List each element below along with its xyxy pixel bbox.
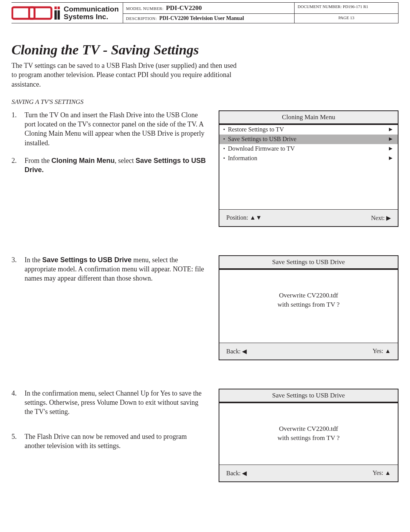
- step-5-text: The Flash Drive can now be removed and u…: [25, 433, 187, 450]
- block-3-figure: Save Settings to USB Drive Overwrite CV2…: [219, 389, 398, 482]
- desc-label: DESCRIPTION:: [126, 16, 157, 21]
- menu2-title: Save Settings to USB Drive: [219, 256, 398, 268]
- menu3-footer: Back: ◀ Yes: ▲: [219, 465, 398, 481]
- bullet-icon: ▪: [223, 136, 225, 142]
- doc-label: DOCUMENT NUMBER:: [298, 4, 342, 9]
- company-line2: Systems Inc.: [64, 13, 119, 21]
- menu3-title: Save Settings to USB Drive: [219, 389, 398, 402]
- menu1-title: Cloning Main Menu: [219, 111, 398, 123]
- menu3-footer-left: Back: ◀: [226, 470, 247, 477]
- step-3-b: Save Settings to USB Drive: [42, 256, 132, 264]
- menu1-item1-label: Save Settings to USB Drive: [228, 136, 296, 143]
- header-row-2: DESCRIPTION: PDI-CV2200 Television User …: [123, 14, 398, 23]
- menu3-footer-right: Yes: ▲: [372, 470, 391, 477]
- block-3-text: In the confirmation menu, select Channel…: [12, 389, 207, 459]
- svg-rect-5: [58, 10, 60, 20]
- menu3-msg-line2: with settings from TV ?: [278, 433, 340, 443]
- header-row-1: MODEL NUMBER: PDI-CV2200 DOCUMENT NUMBER…: [123, 3, 398, 14]
- save-settings-confirm-box-2: Save Settings to USB Drive Overwrite CV2…: [219, 389, 398, 482]
- menu1-item-download: ▪Download Firmware to TV ▶: [219, 144, 398, 154]
- block-2-text: In the Save Settings to USB Drive menu, …: [12, 255, 207, 292]
- pdi-logo-icon: [12, 5, 61, 21]
- menu1-item-info: ▪Information ▶: [219, 154, 398, 163]
- bullet-icon: ▪: [223, 146, 225, 151]
- page-title: Cloning the TV - Saving Settings: [12, 42, 398, 58]
- doc-cell: DOCUMENT NUMBER: PD196-171 R1: [295, 3, 398, 13]
- page-label: PAGE 13: [338, 15, 354, 20]
- step-3-a: In the: [25, 256, 42, 264]
- menu1-item2-label: Download Firmware to TV: [228, 145, 295, 152]
- block-2: In the Save Settings to USB Drive menu, …: [12, 255, 398, 360]
- block-1: Turn the TV On and insert the Flash Driv…: [12, 110, 398, 227]
- save-settings-confirm-box-1: Save Settings to USB Drive Overwrite CV2…: [219, 255, 398, 360]
- step-4-text: In the confirmation menu, select Channel…: [25, 389, 201, 416]
- menu1-body: ▪Restore Settings to TV ▶ ▪Save Settings…: [219, 125, 398, 209]
- arrow-right-icon: ▶: [389, 126, 392, 132]
- step-4: In the confirmation menu, select Channel…: [12, 389, 207, 417]
- block-3: In the confirmation menu, select Channel…: [12, 389, 398, 482]
- section-subhead: SAVING A TV'S SETTINGS: [12, 98, 398, 106]
- svg-rect-1: [29, 7, 51, 19]
- company-line1: Communication: [64, 5, 119, 13]
- step-1: Turn the TV On and insert the Flash Driv…: [12, 110, 207, 148]
- menu2-body: Overwrite CV2200.tdf with settings from …: [219, 270, 398, 343]
- desc-cell: DESCRIPTION: PDI-CV2200 Television User …: [123, 14, 295, 23]
- step-5: The Flash Drive can now be removed and u…: [12, 432, 207, 451]
- menu2-footer-left: Back: ◀: [226, 348, 247, 355]
- block-1-text: Turn the TV On and insert the Flash Driv…: [12, 110, 207, 183]
- menu1-footer: Position: ▲▼ Next: ▶: [219, 209, 398, 226]
- menu1-footer-right: Next: ▶: [371, 214, 391, 222]
- block-1-figure: Cloning Main Menu ▪Restore Settings to T…: [219, 110, 398, 227]
- menu1-item-save: ▪Save Settings to USB Drive ▶: [219, 135, 398, 144]
- svg-rect-4: [58, 7, 60, 9]
- menu1-item3-label: Information: [228, 155, 257, 162]
- arrow-right-icon: ▶: [389, 146, 392, 151]
- intro-text: The TV settings can be saved to a USB Fl…: [12, 61, 242, 89]
- svg-rect-0: [12, 7, 35, 19]
- svg-rect-3: [54, 10, 57, 20]
- model-label: MODEL NUMBER:: [126, 6, 164, 11]
- bullet-icon: ▪: [223, 155, 225, 161]
- menu1-item0-label: Restore Settings to TV: [228, 126, 284, 133]
- doc-value: PD196-171 R1: [343, 4, 368, 9]
- logo-cell: Communication Systems Inc.: [12, 3, 123, 23]
- block-2-figure: Save Settings to USB Drive Overwrite CV2…: [219, 255, 398, 360]
- doc-header: Communication Systems Inc. MODEL NUMBER:…: [12, 2, 398, 23]
- header-right: MODEL NUMBER: PDI-CV2200 DOCUMENT NUMBER…: [123, 3, 398, 23]
- svg-rect-2: [54, 7, 57, 9]
- step-2: From the Cloning Main Menu, select Save …: [12, 156, 207, 175]
- model-value: PDI-CV2200: [166, 4, 202, 12]
- company-name: Communication Systems Inc.: [64, 5, 119, 21]
- cloning-main-menu-box: Cloning Main Menu ▪Restore Settings to T…: [219, 110, 398, 227]
- step-2-c: , select: [115, 157, 135, 164]
- menu3-msg-line1: Overwrite CV2200.tdf: [279, 424, 338, 433]
- arrow-right-icon: ▶: [389, 136, 392, 142]
- menu3-body: Overwrite CV2200.tdf with settings from …: [219, 403, 398, 465]
- step-2-a: From the: [25, 157, 51, 164]
- desc-value: PDI-CV2200 Television User Manual: [159, 15, 244, 21]
- arrow-right-icon: ▶: [389, 155, 392, 161]
- menu2-footer: Back: ◀ Yes: ▲: [219, 343, 398, 360]
- menu2-msg-line2: with settings from TV ?: [278, 300, 340, 309]
- page-cell: PAGE 13: [295, 14, 398, 23]
- model-cell: MODEL NUMBER: PDI-CV2200: [123, 3, 295, 13]
- menu2-msg-line1: Overwrite CV2200.tdf: [279, 291, 338, 300]
- bullet-icon: ▪: [223, 126, 225, 132]
- menu2-footer-right: Yes: ▲: [372, 348, 391, 355]
- step-3: In the Save Settings to USB Drive menu, …: [12, 255, 207, 283]
- step-2-b: Cloning Main Menu: [51, 157, 115, 164]
- menu1-footer-left: Position: ▲▼: [226, 214, 262, 222]
- step-1-text: Turn the TV On and insert the Flash Driv…: [25, 111, 204, 147]
- menu1-item-restore: ▪Restore Settings to TV ▶: [219, 125, 398, 135]
